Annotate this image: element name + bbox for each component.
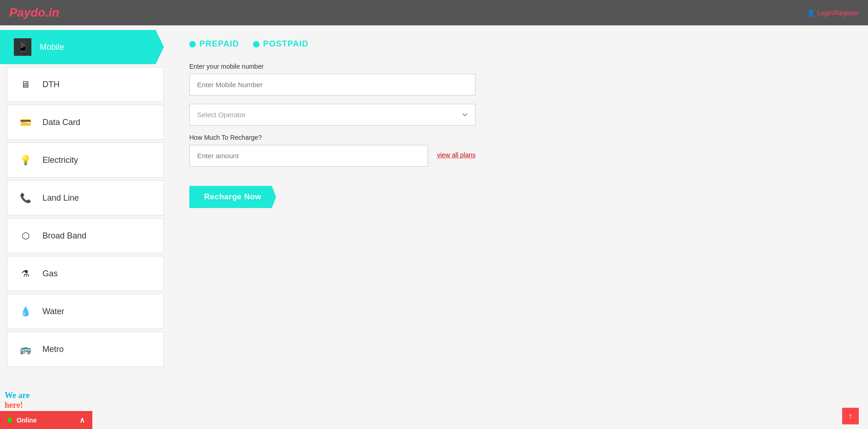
datacard-icon: 💳: [17, 113, 34, 131]
sidebar: 📱 Mobile 🖥 DTH 💳 Data Card 💡 Electricity…: [0, 25, 171, 429]
sidebar-item-broadband[interactable]: ⬡ Broad Band: [7, 218, 164, 253]
mobile-input[interactable]: [189, 74, 476, 95]
chevron-up-icon: ∧: [79, 416, 85, 424]
we-are-here-text: We are here!: [5, 391, 65, 411]
amount-input[interactable]: [189, 145, 428, 167]
sidebar-item-gas[interactable]: ⚗ Gas: [7, 256, 164, 291]
electricity-icon: 💡: [17, 151, 34, 169]
sidebar-item-mobile[interactable]: 📱 Mobile: [0, 30, 164, 64]
sidebar-item-landline[interactable]: 📞 Land Line: [7, 180, 164, 215]
content-area: PREPAID POSTPAID Enter your mobile numbe…: [171, 25, 868, 429]
user-icon: 👤: [807, 9, 815, 17]
we-are-here-badge: We are here!: [5, 391, 65, 411]
metro-icon: 🚌: [17, 340, 34, 358]
online-bar[interactable]: Online ∧: [0, 411, 92, 429]
scroll-to-top-button[interactable]: ↑: [842, 408, 859, 424]
login-button[interactable]: 👤 Login/Register: [807, 9, 859, 17]
prepaid-dot: [189, 41, 196, 48]
payment-tabs: PREPAID POSTPAID: [189, 39, 850, 49]
sidebar-item-electricity[interactable]: 💡 Electricity: [7, 143, 164, 178]
recharge-amount-row: view all plans: [189, 145, 476, 167]
online-status: Online: [7, 417, 36, 424]
mobile-label: Enter your mobile number: [189, 63, 476, 70]
broadband-icon: ⬡: [17, 227, 34, 244]
mobile-icon: 📱: [14, 38, 31, 56]
dth-icon: 🖥: [17, 76, 34, 93]
sidebar-item-datacard[interactable]: 💳 Data Card: [7, 105, 164, 140]
logo: Paydo.in: [9, 6, 59, 20]
operator-select[interactable]: Select Operator Airtel Jio Vodafone BSNL: [189, 104, 476, 125]
recharge-label: How Much To Recharge?: [189, 134, 476, 141]
sidebar-item-metro[interactable]: 🚌 Metro: [7, 332, 164, 367]
postpaid-dot: [253, 41, 259, 48]
water-icon: 💧: [17, 303, 34, 320]
landline-icon: 📞: [17, 189, 34, 207]
online-dot: [7, 418, 12, 423]
sidebar-item-dth[interactable]: 🖥 DTH: [7, 67, 164, 102]
gas-icon: ⚗: [17, 265, 34, 282]
sidebar-item-water[interactable]: 💧 Water: [7, 294, 164, 329]
tab-prepaid[interactable]: PREPAID: [189, 39, 239, 49]
recharge-form: Enter your mobile number Select Operator…: [189, 63, 476, 208]
header: Paydo.in 👤 Login/Register: [0, 0, 868, 25]
tab-postpaid[interactable]: POSTPAID: [253, 39, 309, 49]
amount-input-wrap: [189, 145, 428, 167]
main-container: 📱 Mobile 🖥 DTH 💳 Data Card 💡 Electricity…: [0, 25, 868, 429]
recharge-button[interactable]: Recharge Now: [189, 186, 276, 208]
view-plans-link[interactable]: view all plans: [437, 151, 476, 159]
